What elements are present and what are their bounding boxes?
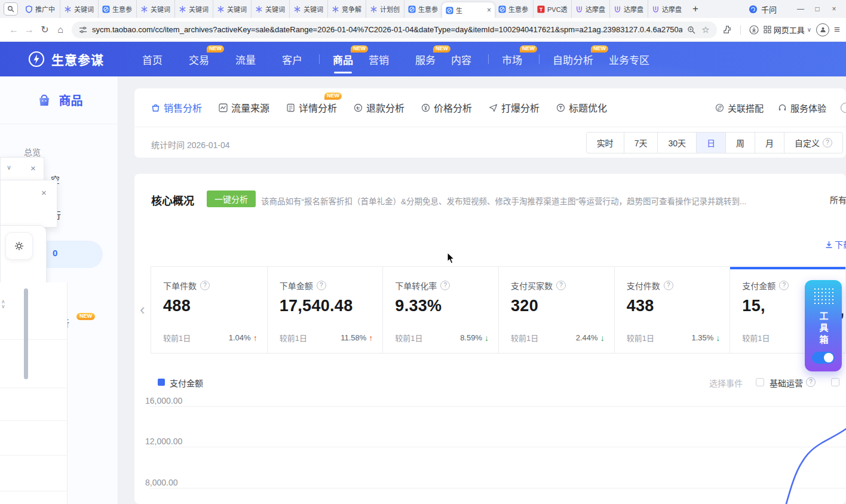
nav-item-service[interactable]: 服务NEW	[415, 52, 436, 67]
extensions-icon[interactable]	[723, 25, 732, 34]
range-week[interactable]: 周	[725, 132, 755, 153]
tab-traffic-source[interactable]: 流量来源	[219, 100, 269, 115]
new-tab-button[interactable]: +	[688, 2, 703, 16]
new-badge: NEW	[324, 93, 342, 100]
download-icon	[825, 241, 833, 248]
nav-item-business-zone[interactable]: 业务专区	[609, 52, 649, 67]
event-checkbox[interactable]	[756, 378, 764, 386]
settings-button[interactable]	[5, 232, 33, 260]
browser-tab-active[interactable]: 生×	[442, 2, 495, 18]
sycm-favicon	[498, 5, 506, 13]
close-icon[interactable]: ×	[30, 164, 36, 173]
link-related-collocation[interactable]: 关联搭配	[715, 102, 764, 114]
metric-card-pay-buyers[interactable]: 支付买家数? 320 较前1日2.44%↓	[498, 267, 614, 353]
tab-detail-analysis[interactable]: 详情分析NEW	[286, 100, 337, 115]
maximize-button[interactable]: □	[809, 5, 826, 13]
title-t-icon	[556, 103, 565, 112]
nav-item-home[interactable]: 首页	[142, 52, 163, 67]
nav-item-market[interactable]: 市场NEW	[502, 52, 522, 67]
link-service-experience[interactable]: 服务体验	[778, 102, 826, 114]
collapse-handle[interactable]: ∧ ∨	[1, 299, 5, 309]
sycm-brand[interactable]: 生意参谋	[27, 50, 104, 68]
range-day[interactable]: 日	[696, 132, 726, 153]
tab-search-icon[interactable]	[4, 2, 18, 16]
browser-tab[interactable]: TPVC透	[533, 0, 571, 18]
tab-close-icon[interactable]: ×	[487, 7, 491, 14]
metric-card-order-conversion[interactable]: 下单转化率? 9.33% 较前1日8.59%↓	[382, 267, 498, 353]
stat-time-label: 统计时间 2026-01-04	[151, 139, 230, 150]
back-button[interactable]: ←	[6, 24, 22, 35]
nav-item-trade[interactable]: 交易NEW	[189, 52, 209, 67]
tab-refund-analysis[interactable]: 退款分析	[354, 100, 404, 115]
qianwen-assistant-button[interactable]: 千问	[749, 4, 777, 15]
range-realtime[interactable]: 实时	[586, 132, 624, 153]
browser-tab[interactable]: 推广中	[22, 0, 60, 18]
browser-tab[interactable]: 生意参	[98, 0, 136, 18]
browser-tab[interactable]: 关键词	[174, 0, 213, 18]
zoom-icon[interactable]	[687, 26, 695, 34]
minimize-button[interactable]: —	[792, 5, 809, 13]
cards-scroll-left-chevron[interactable]: ‹	[140, 300, 145, 319]
browser-tab[interactable]: 达摩盘	[648, 0, 686, 18]
web-tools-menu[interactable]: 网页工具 ∨	[764, 24, 811, 35]
nav-item-traffic[interactable]: 流量	[235, 52, 256, 67]
download-link[interactable]: 下载	[825, 238, 846, 250]
sidebar-item-partial-selected[interactable]: 0	[53, 248, 57, 258]
tab-sales-analysis[interactable]: 销售分析	[151, 100, 202, 115]
reload-button[interactable]: ↻	[37, 24, 53, 35]
nav-item-self-analysis[interactable]: 自助分析NEW	[553, 52, 593, 67]
trend-line-chart[interactable]	[143, 388, 846, 504]
range-custom[interactable]: 自定义?	[784, 132, 843, 153]
url-bar[interactable]: sycm.taobao.com/cc/item_archives?activeK…	[72, 21, 717, 38]
toolbox-widget[interactable]: 工具箱	[805, 280, 842, 371]
shield-icon	[25, 5, 33, 13]
site-settings-icon[interactable]	[79, 26, 87, 34]
browser-tab[interactable]: 关键词	[289, 0, 327, 18]
browser-tab[interactable]: 关键词	[213, 0, 251, 18]
browser-tab[interactable]: 达摩盘	[571, 0, 609, 18]
new-badge: NEW	[351, 45, 368, 53]
home-button[interactable]: ⌂	[53, 24, 68, 35]
browser-tab[interactable]: 竞争解	[327, 0, 366, 18]
event-option-basic-ops[interactable]: 基础运营	[770, 377, 803, 389]
nav-item-customer[interactable]: 客户	[282, 52, 302, 67]
menu-icon[interactable]: ≡	[834, 24, 840, 36]
toolbox-toggle[interactable]	[812, 352, 835, 364]
browser-tab[interactable]: 关键词	[136, 0, 174, 18]
sidebar-item-overview[interactable]: 总览	[24, 146, 41, 158]
range-month[interactable]: 月	[755, 132, 784, 153]
burst-icon	[217, 5, 225, 13]
range-7d[interactable]: 7天	[624, 132, 658, 153]
legend-label[interactable]: 支付金额	[170, 377, 203, 389]
metric-card-order-items[interactable]: 下单件数? 488 较前1日1.04%↑	[151, 267, 267, 353]
range-30d[interactable]: 30天	[657, 132, 697, 153]
browser-tab[interactable]: 计划创	[366, 0, 404, 18]
tab-title-optimize[interactable]: 标题优化	[556, 100, 607, 115]
bookmark-star-icon[interactable]: ☆	[701, 24, 709, 35]
browser-tab[interactable]: 关键词	[251, 0, 289, 18]
metric-card-pay-items[interactable]: 支付件数? 438 较前1日1.35%↓	[614, 267, 730, 353]
nav-item-item[interactable]: 商品NEW	[333, 52, 353, 67]
floating-popup-medium: ×	[0, 180, 57, 228]
forward-button[interactable]: →	[22, 24, 37, 35]
url-text[interactable]: sycm.taobao.com/cc/item_archives?activeK…	[92, 25, 682, 34]
metric-card-order-amount[interactable]: 下单金额? 17,540.48 较前1日11.58%↑	[267, 267, 383, 353]
browser-tab[interactable]: 达摩盘	[609, 0, 648, 18]
browser-tab[interactable]: 生意参	[495, 0, 533, 18]
tab-price-analysis[interactable]: 价格分析	[421, 100, 472, 115]
downloads-icon[interactable]	[749, 25, 759, 35]
nav-item-marketing[interactable]: 营销	[369, 52, 389, 67]
scrollbar-thumb[interactable]	[24, 288, 28, 379]
close-button[interactable]: ×	[826, 5, 842, 13]
overview-corner-text[interactable]: 所有	[830, 193, 846, 205]
browser-tab[interactable]: 生意参	[404, 0, 442, 18]
chevron-down-icon[interactable]: ∨	[7, 164, 11, 171]
one-click-analysis-button[interactable]: 一键分析	[207, 190, 256, 207]
close-icon[interactable]: ×	[41, 188, 47, 197]
browser-window: 推广中 关键词 生意参 关键词 关键词 关键词 关键词 关键词 竞争解 计划创 …	[0, 0, 846, 504]
profile-avatar[interactable]	[816, 23, 829, 36]
event-checkbox[interactable]	[831, 378, 839, 386]
nav-item-content[interactable]: 内容	[451, 52, 471, 67]
browser-tab[interactable]: 关键词	[60, 0, 98, 18]
tab-hot-analysis[interactable]: 打爆分析	[489, 100, 540, 115]
